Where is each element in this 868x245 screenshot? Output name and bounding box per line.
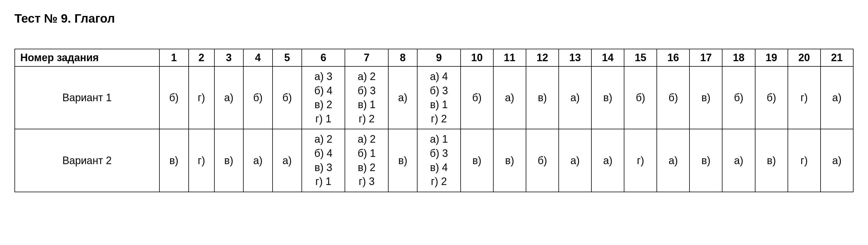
col-header: 10 (461, 49, 493, 66)
cell: а) 3 б) 4 в) 2 г) 1 (302, 66, 345, 129)
cell: а) (559, 66, 591, 129)
cell: а) (559, 129, 591, 192)
cell: г) (788, 129, 820, 192)
cell: в) (388, 129, 417, 192)
cell: а) (591, 129, 624, 192)
cell: а) (214, 66, 243, 129)
cell: а) (820, 129, 853, 192)
col-header: 5 (273, 49, 302, 66)
table-row: Вариант 1 б) г) а) б) б) а) 3 б) 4 в) 2 … (15, 66, 853, 129)
col-header: 11 (493, 49, 526, 66)
col-header: 3 (214, 49, 243, 66)
cell: а) 2 б) 4 в) 3 г) 1 (302, 129, 345, 192)
col-header: 21 (820, 49, 853, 66)
cell: б) (243, 66, 273, 129)
cell: а) 2 б) 1 в) 2 г) 3 (345, 129, 388, 192)
cell: а) (657, 129, 689, 192)
cell: в) (159, 129, 189, 192)
cell: в) (526, 66, 559, 129)
cell: в) (493, 129, 526, 192)
cell: б) (273, 66, 302, 129)
col-header: 6 (302, 49, 345, 66)
col-header: 7 (345, 49, 388, 66)
cell: а) (722, 129, 755, 192)
cell: а) 1 б) 3 в) 4 г) 2 (417, 129, 461, 192)
col-header: 12 (526, 49, 559, 66)
cell: а) (388, 66, 417, 129)
col-header: 2 (189, 49, 214, 66)
cell: в) (461, 129, 493, 192)
cell: а) 4 б) 3 в) 1 г) 2 (417, 66, 461, 129)
col-header: 16 (657, 49, 689, 66)
cell: г) (624, 129, 657, 192)
cell: г) (189, 129, 214, 192)
cell: а) (820, 66, 853, 129)
col-header: 15 (624, 49, 657, 66)
col-header: 14 (591, 49, 624, 66)
page-title: Тест № 9. Глагол (14, 11, 854, 26)
header-label: Номер задания (15, 49, 159, 66)
table-header-row: Номер задания 1 2 3 4 5 6 7 8 9 10 11 12… (15, 49, 853, 66)
col-header: 13 (559, 49, 591, 66)
col-header: 1 (159, 49, 189, 66)
cell: а) (493, 66, 526, 129)
cell: б) (755, 66, 788, 129)
cell: б) (526, 129, 559, 192)
cell: а) (273, 129, 302, 192)
col-header: 9 (417, 49, 461, 66)
cell: в) (214, 129, 243, 192)
col-header: 17 (689, 49, 722, 66)
cell: б) (159, 66, 189, 129)
cell: г) (189, 66, 214, 129)
cell: г) (788, 66, 820, 129)
cell: в) (689, 66, 722, 129)
cell: в) (755, 129, 788, 192)
row-label: Вариант 2 (15, 129, 159, 192)
col-header: 19 (755, 49, 788, 66)
cell: а) (243, 129, 273, 192)
cell: б) (657, 66, 689, 129)
col-header: 4 (243, 49, 273, 66)
cell: в) (591, 66, 624, 129)
cell: б) (722, 66, 755, 129)
cell: б) (461, 66, 493, 129)
table-row: Вариант 2 в) г) в) а) а) а) 2 б) 4 в) 3 … (15, 129, 853, 192)
row-label: Вариант 1 (15, 66, 159, 129)
cell: в) (689, 129, 722, 192)
cell: а) 2 б) 3 в) 1 г) 2 (345, 66, 388, 129)
answers-table: Номер задания 1 2 3 4 5 6 7 8 9 10 11 12… (14, 49, 854, 192)
cell: б) (624, 66, 657, 129)
col-header: 8 (388, 49, 417, 66)
col-header: 20 (788, 49, 820, 66)
col-header: 18 (722, 49, 755, 66)
